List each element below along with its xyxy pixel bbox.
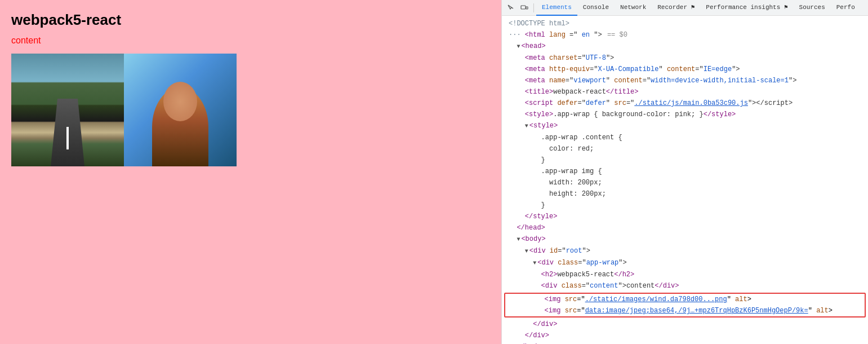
html-dots: ··· — [509, 31, 521, 39]
tree-head-close[interactable]: </head> — [502, 222, 868, 233]
tree-title[interactable]: <title>webpack-react</title> — [502, 86, 868, 98]
html-tree: <!DOCTYPE html> ··· <html lang =" en "> … — [502, 16, 868, 344]
tree-style-open[interactable]: ▼<style> — [502, 120, 868, 132]
tree-style-end[interactable]: </style> — [502, 211, 868, 222]
tab-recorder[interactable]: Recorder ⚑ — [652, 0, 700, 16]
quote-close: "> — [594, 31, 602, 39]
device-icon[interactable] — [518, 1, 531, 15]
tree-div-close[interactable]: </div> — [502, 319, 868, 330]
tree-html[interactable]: ··· <html lang =" en "> == $0 — [502, 29, 868, 41]
tab-sources[interactable]: Sources — [794, 0, 831, 16]
collapse-appwrap[interactable]: ▼ — [533, 260, 536, 266]
page-title: webpack5-react — [11, 11, 490, 29]
selection-marker: == $0 — [607, 31, 627, 39]
svg-rect-1 — [526, 7, 528, 9]
tree-h2[interactable]: <h2>webpack5-react</h2> — [502, 269, 868, 280]
images-row — [11, 54, 490, 166]
lang-value: en — [582, 31, 590, 39]
tree-div-root[interactable]: ▼<div id="root"> — [502, 245, 868, 257]
tree-style-close1[interactable]: } — [502, 155, 868, 166]
eq-sign: =" — [569, 31, 577, 39]
tree-style-close2[interactable]: } — [502, 200, 868, 211]
tree-inline-style[interactable]: <style>.app-wrap { background-color: pin… — [502, 109, 868, 120]
tree-div-appwrap[interactable]: ▼<div class="app-wrap"> — [502, 257, 868, 269]
webpage-preview: webpack5-react content — [0, 0, 501, 344]
tree-head[interactable]: ▼<head> — [502, 41, 868, 52]
inspect-icon[interactable] — [504, 1, 518, 15]
content-text: content — [11, 36, 490, 46]
devtools-panel: Elements Console Network Recorder ⚑ Perf… — [501, 0, 868, 344]
collapse-head[interactable]: ▼ — [517, 43, 520, 50]
woman-image — [124, 54, 237, 166]
road-image — [11, 54, 124, 166]
tree-body[interactable]: ▼<body> — [502, 233, 868, 245]
tree-body-close[interactable]: </body> — [502, 341, 868, 344]
head-tag: <head> — [521, 42, 545, 50]
tab-elements[interactable]: Elements — [536, 0, 577, 16]
tree-style-color[interactable]: color: red; — [502, 143, 868, 155]
lang-attr: lang — [549, 31, 566, 39]
tree-img-base64[interactable]: <img src="data:image/jpeg;base64,/9j…+mp… — [505, 305, 865, 316]
meta-charset-tag: <meta — [525, 54, 549, 62]
tab-perfo[interactable]: Perfo — [831, 0, 861, 16]
tree-meta-viewport[interactable]: <meta name="viewport" content="width=dev… — [502, 75, 868, 86]
tree-meta-http[interactable]: <meta http-equiv="X-UA-Compatible" conte… — [502, 64, 868, 75]
toolbar-separator — [533, 3, 534, 12]
tab-performance[interactable]: Performance insights ⚑ — [700, 0, 793, 16]
tab-network[interactable]: Network — [615, 0, 652, 16]
html-open-tag: <html — [525, 31, 549, 39]
tree-doctype[interactable]: <!DOCTYPE html> — [502, 18, 868, 29]
svg-rect-0 — [521, 6, 526, 9]
tree-meta-charset[interactable]: <meta charset="UTF-8"> — [502, 52, 868, 64]
tree-div-content[interactable]: <div class="content">content</div> — [502, 280, 868, 292]
tree-root-close[interactable]: </div> — [502, 330, 868, 341]
devtools-toolbar: Elements Console Network Recorder ⚑ Perf… — [502, 0, 868, 16]
collapse-body[interactable]: ▼ — [517, 236, 520, 242]
tab-console[interactable]: Console — [577, 0, 615, 16]
tree-style-img[interactable]: .app-wrap img { — [502, 166, 868, 177]
tree-style-line1[interactable]: .app-wrap .content { — [502, 132, 868, 143]
tree-style-height[interactable]: height: 200px; — [502, 188, 868, 200]
tree-style-width[interactable]: width: 200px; — [502, 177, 868, 188]
tree-script[interactable]: <script defer="defer" src="./static/js/m… — [502, 98, 868, 109]
collapse-root[interactable]: ▼ — [525, 248, 528, 254]
collapse-style[interactable]: ▼ — [525, 123, 528, 129]
doctype-text: <!DOCTYPE html> — [509, 20, 569, 28]
highlight-img-box: <img src="./static/images/wind.da798d00.… — [504, 293, 866, 317]
tree-img-road[interactable]: <img src="./static/images/wind.da798d00.… — [505, 294, 865, 305]
